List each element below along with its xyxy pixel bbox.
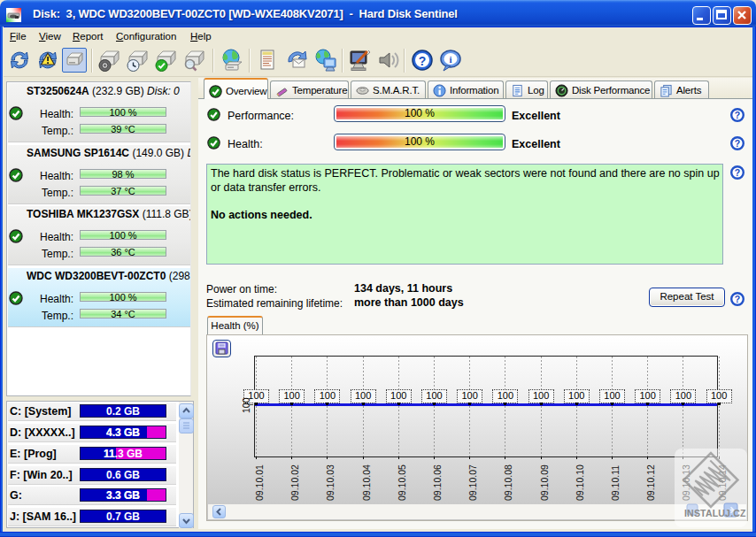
svg-text:?: ? <box>419 54 427 68</box>
svg-text:?: ? <box>735 167 740 178</box>
svg-text:?: ? <box>735 110 740 120</box>
svg-text:?: ? <box>735 294 740 304</box>
svg-text:?: ? <box>735 138 740 149</box>
svg-text:INSTALUJ.CZ: INSTALUJ.CZ <box>684 508 746 518</box>
svg-text:i: i <box>449 54 451 65</box>
